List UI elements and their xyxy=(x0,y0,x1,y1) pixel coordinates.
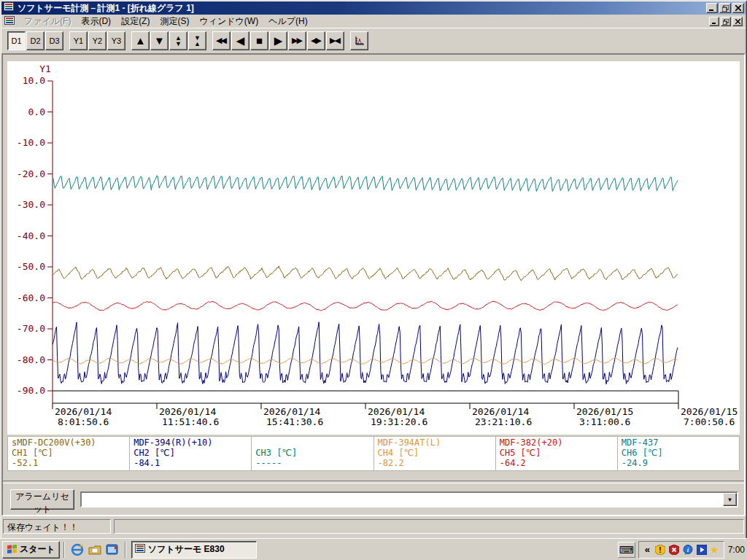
channel-name: MDF-382(+20) xyxy=(500,438,614,448)
child-restore-button[interactable] xyxy=(721,17,731,26)
status-bar: 保存ウェイト！！ xyxy=(1,518,746,537)
graph-display-button[interactable] xyxy=(350,31,368,50)
child-minimize-button[interactable] xyxy=(709,17,719,26)
channels-window-icon[interactable] xyxy=(105,542,120,557)
jump-right-button[interactable]: ▶▶ xyxy=(288,31,306,50)
svg-text:2026/01/15: 2026/01/15 xyxy=(681,406,738,417)
stop-button[interactable]: ■ xyxy=(250,31,268,50)
svg-text:-10.0: -10.0 xyxy=(17,137,45,148)
internet-explorer-icon[interactable] xyxy=(70,542,85,557)
svg-text:11:51:40.6: 11:51:40.6 xyxy=(162,416,219,427)
channel-legend: sMDF-DC200V(+30)CH1 [℃]-52.1MDF-394(R)(+… xyxy=(7,436,740,471)
svg-text:2026/01/14: 2026/01/14 xyxy=(263,406,320,417)
channel-value: -24.9 xyxy=(622,458,735,468)
svg-text:2026/01/15: 2026/01/15 xyxy=(576,406,633,417)
system-tray: ⌨ « ! i ★ 7:00 xyxy=(618,541,745,559)
channel-name: MDF-437 xyxy=(622,438,735,448)
chart-svg: Y110.00.0-10.0-20.0-30.0-40.0-50.0-60.0-… xyxy=(7,61,740,435)
graph-icon xyxy=(354,35,365,47)
svg-text:-80.0: -80.0 xyxy=(17,354,45,365)
menu-setting[interactable]: 設定(Z) xyxy=(116,15,155,27)
window-title: ソフトサーモ計測－計測1 - [折れ線グラフ 1] xyxy=(18,2,706,15)
legend-cell-ch1: sMDF-DC200V(+30)CH1 [℃]-52.1 xyxy=(8,437,129,470)
channel-label: CH6 [℃] xyxy=(622,448,735,458)
svg-text:23:21:10.6: 23:21:10.6 xyxy=(475,416,532,427)
svg-text:-90.0: -90.0 xyxy=(17,385,45,396)
compress-x-button[interactable]: ▶◀ xyxy=(326,31,344,50)
svg-text:0.0: 0.0 xyxy=(28,106,45,117)
menu-bar: ファイル(F)表示(D)設定(Z)測定(S)ウィンドウ(W)ヘルプ(H) xyxy=(1,15,746,28)
jump-left-button[interactable]: ◀◀ xyxy=(212,31,231,50)
curve-ch1 xyxy=(53,266,678,281)
media-play-icon[interactable] xyxy=(696,544,707,555)
alarm-reset-button[interactable]: アラームリセット xyxy=(10,489,74,510)
windows-logo-icon xyxy=(7,545,18,554)
channel-name: MDF-394(R)(+10) xyxy=(133,438,247,448)
menu-view[interactable]: 表示(D) xyxy=(76,15,116,27)
start-label: スタート xyxy=(20,543,55,556)
restore-button[interactable] xyxy=(719,3,731,13)
security-warning-icon[interactable]: ! xyxy=(654,544,665,555)
legend-cell-ch6: MDF-437CH6 [℃]-24.9 xyxy=(618,437,739,470)
channel-value: -52.1 xyxy=(12,458,125,468)
expand-y-button[interactable]: ▲▼ xyxy=(169,31,187,50)
y-axis: Y110.00.0-10.0-20.0-30.0-40.0-50.0-60.0-… xyxy=(17,63,53,403)
svg-text:8:01:50.6: 8:01:50.6 xyxy=(58,416,109,427)
legend-cell-ch2: MDF-394(R)(+10)CH2 [℃]-84.1 xyxy=(130,437,251,470)
alarm-combobox-value[interactable] xyxy=(82,493,723,506)
info-balloon-icon[interactable]: i xyxy=(682,544,693,555)
channel-value: -64.2 xyxy=(500,458,614,468)
d3-button[interactable]: D3 xyxy=(45,31,63,50)
compress-y-button[interactable]: ▼▲ xyxy=(188,31,206,50)
app-icon xyxy=(4,1,14,15)
y3-button[interactable]: Y3 xyxy=(107,31,125,50)
channel-value: ----- xyxy=(255,458,369,468)
title-bar: ソフトサーモ計測－計測1 - [折れ線グラフ 1] xyxy=(1,1,746,15)
svg-text:2026/01/14: 2026/01/14 xyxy=(159,406,216,417)
menu-measure[interactable]: 測定(S) xyxy=(155,15,194,27)
y2-button[interactable]: Y2 xyxy=(88,31,107,50)
d2-button[interactable]: D2 xyxy=(26,31,44,50)
scroll-down-button[interactable]: ▼ xyxy=(150,31,169,50)
taskbar-separator xyxy=(63,542,65,558)
child-window-icon[interactable] xyxy=(4,15,15,28)
channel-name: MDF-394AT(L) xyxy=(378,438,492,448)
keyboard-icon[interactable]: ⌨ xyxy=(618,542,635,558)
star-icon[interactable]: ★ xyxy=(710,544,719,556)
pan-left-button[interactable]: ◀ xyxy=(231,31,249,50)
curve-ch5 xyxy=(53,301,678,311)
taskbar: スタート ソフトサーモ E830 ⌨ « ! xyxy=(0,538,747,560)
curve-ch2 xyxy=(53,322,678,384)
y1-button[interactable]: Y1 xyxy=(69,31,88,50)
close-button[interactable] xyxy=(732,3,744,13)
svg-text:-70.0: -70.0 xyxy=(17,323,45,334)
task-app-icon xyxy=(135,543,145,556)
alarm-combobox[interactable]: ▼ xyxy=(80,491,738,508)
svg-text:19:31:20.6: 19:31:20.6 xyxy=(371,416,427,427)
combobox-dropdown-icon[interactable]: ▼ xyxy=(723,493,737,506)
svg-text:-40.0: -40.0 xyxy=(17,230,45,241)
channel-name xyxy=(255,438,369,448)
divider xyxy=(3,481,744,483)
svg-text:15:41:30.6: 15:41:30.6 xyxy=(266,416,323,427)
x-axis: 2026/01/148:01:50.62026/01/1411:51:40.62… xyxy=(53,391,738,427)
scroll-up-button[interactable]: ▲ xyxy=(131,31,150,50)
security-alert-icon[interactable] xyxy=(668,544,679,555)
desktop-folder-icon[interactable] xyxy=(88,542,102,557)
start-button[interactable]: スタート xyxy=(2,541,60,559)
tray-panel: « ! i ★ xyxy=(638,541,724,559)
menu-help[interactable]: ヘルプ(H) xyxy=(263,15,313,27)
menu-items: ファイル(F)表示(D)設定(Z)測定(S)ウィンドウ(W)ヘルプ(H) xyxy=(19,15,313,28)
child-close-button[interactable] xyxy=(732,17,743,26)
svg-text:-20.0: -20.0 xyxy=(17,168,45,179)
d1-button[interactable]: D1 xyxy=(7,31,26,50)
tray-expand-chevron[interactable]: « xyxy=(643,544,651,555)
minimize-button[interactable] xyxy=(706,3,718,13)
menu-window[interactable]: ウィンドウ(W) xyxy=(194,15,263,27)
pan-right-button[interactable]: ▶ xyxy=(269,31,287,50)
expand-x-button[interactable]: ◀▶ xyxy=(307,31,325,50)
chart-area: Y110.00.0-10.0-20.0-30.0-40.0-50.0-60.0-… xyxy=(7,61,740,435)
channel-label: CH1 [℃] xyxy=(12,448,125,458)
status-panel xyxy=(114,519,744,534)
task-button[interactable]: ソフトサーモ E830 xyxy=(131,541,257,559)
